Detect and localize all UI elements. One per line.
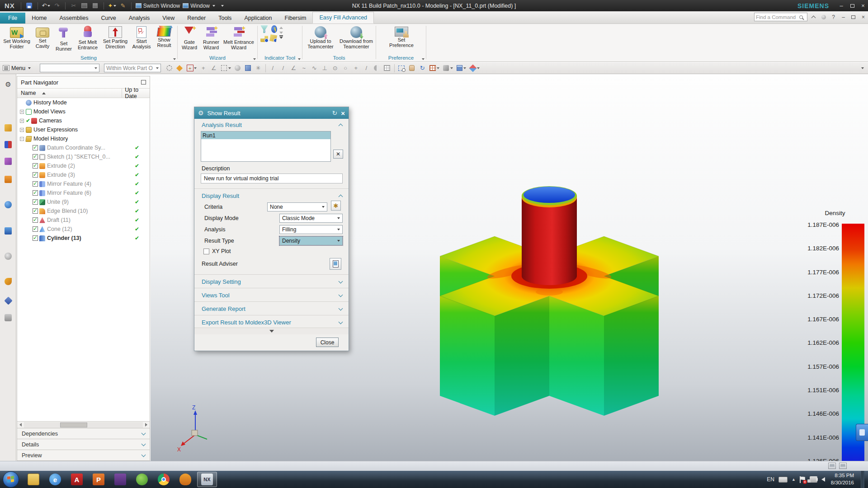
show-desktop-button[interactable] bbox=[861, 471, 864, 488]
child-minimize-button[interactable]: – bbox=[840, 13, 847, 21]
dialog-title-bar[interactable]: ⚙ Show Result ↻ × bbox=[194, 107, 349, 119]
edit-section-icon[interactable] bbox=[468, 64, 477, 73]
find-command-input[interactable] bbox=[756, 14, 799, 20]
analysis-result-list[interactable]: Run1 bbox=[201, 131, 331, 162]
tree-item-datum-csys[interactable]: Datum Coordinate Sy... ✔ bbox=[17, 143, 150, 152]
expand-icon[interactable]: + bbox=[20, 110, 24, 114]
indicator-group-dropdown-icon[interactable] bbox=[298, 58, 301, 60]
process-studio-icon[interactable] bbox=[3, 277, 13, 286]
constraint-navigator-icon[interactable] bbox=[3, 140, 13, 150]
taskbar-green-app-button[interactable] bbox=[132, 472, 152, 487]
surface-icon[interactable] bbox=[372, 64, 381, 73]
tree-item-unite[interactable]: Unite (9) ✔ bbox=[17, 197, 150, 206]
tab-curve[interactable]: Curve bbox=[94, 13, 122, 23]
set-melt-entrance-button[interactable]: Set Melt Entrance bbox=[75, 25, 100, 51]
feature-checkbox[interactable] bbox=[33, 172, 38, 178]
feature-checkbox[interactable] bbox=[33, 181, 38, 187]
tree-item-extrude-2[interactable]: Extrude (2) ✔ bbox=[17, 161, 150, 170]
render-style-icon[interactable] bbox=[442, 64, 451, 73]
rotate-view-icon[interactable]: ↻ bbox=[418, 64, 427, 73]
start-analysis-button[interactable]: Start Analysis bbox=[130, 25, 153, 50]
touch-mode-button[interactable]: ✎ bbox=[119, 2, 127, 10]
move-handle-icon[interactable]: + bbox=[199, 64, 208, 73]
selection-filter-combo[interactable] bbox=[40, 64, 99, 72]
paste-button[interactable] bbox=[91, 2, 99, 10]
upload-to-teamcenter-button[interactable]: Upload to Teamcenter bbox=[304, 25, 337, 50]
panel-detach-icon[interactable] bbox=[141, 80, 146, 84]
view-orientation-icon[interactable] bbox=[455, 64, 464, 73]
arc-icon[interactable]: ∠ bbox=[289, 64, 298, 73]
manage-icon[interactable] bbox=[3, 296, 13, 305]
tree-item-edge-blend[interactable]: Edge Blend (10) ✔ bbox=[17, 206, 150, 216]
window-menu-button[interactable]: Window bbox=[183, 3, 215, 9]
criteria-settings-button[interactable]: ✱ bbox=[331, 201, 341, 211]
resource-flyout-button[interactable] bbox=[856, 424, 868, 441]
analysis-result-section-header[interactable]: Analysis Result bbox=[194, 119, 349, 130]
roles-gear-icon[interactable]: ⚙ bbox=[3, 80, 13, 89]
line-icon[interactable]: / bbox=[278, 64, 288, 73]
copy-button[interactable] bbox=[80, 2, 89, 10]
taskbar-adobe-reader-button[interactable]: A bbox=[67, 472, 87, 487]
tab-home[interactable]: Home bbox=[25, 13, 53, 23]
taskbar-internet-explorer-button[interactable]: e bbox=[45, 472, 65, 487]
run-list-item[interactable]: Run1 bbox=[201, 131, 330, 139]
section-details[interactable]: Details bbox=[17, 439, 150, 450]
ellipse-icon[interactable]: ○ bbox=[341, 64, 350, 73]
tree-item-cylinder[interactable]: Cylinder (13) ✔ bbox=[17, 234, 150, 243]
section-preview[interactable]: Preview bbox=[17, 450, 150, 460]
start-button[interactable] bbox=[3, 471, 19, 488]
taskbar-java-app-button[interactable] bbox=[175, 472, 195, 487]
column-up-to-date[interactable]: Up to Date bbox=[122, 87, 150, 99]
keyboard-icon[interactable] bbox=[778, 477, 788, 483]
export-moldex3d-section-header[interactable]: Export Result to Moldex3D Viewer bbox=[194, 316, 349, 328]
section-dependencies[interactable]: Dependencies bbox=[17, 428, 150, 439]
part-navigator-icon[interactable] bbox=[3, 156, 13, 166]
result-adviser-button[interactable] bbox=[330, 258, 341, 270]
feature-checkbox[interactable] bbox=[33, 163, 38, 169]
melt-entrance-indicator-button[interactable] bbox=[260, 25, 268, 33]
tree-item-user-expressions[interactable]: + User Expressions bbox=[17, 125, 150, 134]
tab-fibersim[interactable]: Fibersim bbox=[278, 13, 313, 23]
tab-render[interactable]: Render bbox=[181, 13, 212, 23]
reuse-library-icon[interactable] bbox=[3, 174, 13, 184]
close-button[interactable]: × bbox=[858, 1, 868, 10]
indicator-expand-icon[interactable] bbox=[279, 37, 283, 39]
history-palette-icon[interactable] bbox=[3, 251, 13, 261]
indicator-scroll-down-icon[interactable] bbox=[279, 32, 283, 34]
tree-item-extrude-3[interactable]: Extrude (3) ✔ bbox=[17, 170, 150, 179]
views-tool-section-header[interactable]: Views Tool bbox=[194, 289, 349, 300]
redo-button[interactable]: ↷ bbox=[53, 2, 61, 10]
perpendicular-icon[interactable]: ⊥ bbox=[320, 64, 329, 73]
quick-access-more-button[interactable] bbox=[218, 2, 226, 10]
line2-icon[interactable]: / bbox=[362, 64, 371, 73]
minimize-button[interactable]: – bbox=[836, 1, 846, 10]
feature-checkbox[interactable] bbox=[33, 154, 38, 160]
feature-checkbox[interactable] bbox=[33, 199, 38, 205]
dialog-close-button[interactable]: Close bbox=[316, 338, 339, 347]
feature-checkbox[interactable] bbox=[33, 208, 38, 214]
set-runner-button[interactable]: Set Runner bbox=[53, 25, 74, 52]
feature-checkbox[interactable] bbox=[33, 235, 38, 241]
snap-gears-icon[interactable] bbox=[165, 64, 174, 73]
feature-checkbox[interactable] bbox=[33, 145, 38, 150]
child-restore-button[interactable] bbox=[849, 13, 857, 21]
tree-item-draft[interactable]: Draft (11) ✔ bbox=[17, 216, 150, 225]
touch-icon[interactable] bbox=[3, 313, 13, 323]
generate-report-section-header[interactable]: Generate Report bbox=[194, 303, 349, 314]
tree-item-cameras[interactable]: + ✔ Cameras bbox=[17, 116, 150, 125]
scroll-left-icon[interactable] bbox=[17, 422, 24, 428]
restore-button[interactable] bbox=[847, 1, 857, 10]
web-browser-icon[interactable] bbox=[3, 226, 13, 236]
tree-item-sketch[interactable]: Sketch (1) "SKETCH_0... ✔ bbox=[17, 152, 150, 161]
studio-spline-icon[interactable]: ~ bbox=[299, 64, 308, 73]
display-mode-select[interactable]: Classic Mode bbox=[279, 214, 343, 223]
delete-run-button[interactable]: ✕ bbox=[333, 150, 343, 159]
tree-item-history-mode[interactable]: History Mode bbox=[17, 98, 150, 107]
expand-icon[interactable]: + bbox=[20, 119, 24, 123]
analysis-select[interactable]: Filling bbox=[279, 225, 343, 234]
tree-item-mirror-6[interactable]: Mirror Feature (6) ✔ bbox=[17, 188, 150, 197]
window-display-icon[interactable] bbox=[828, 463, 836, 469]
point-icon[interactable]: + bbox=[351, 64, 360, 73]
hd3d-tools-icon[interactable] bbox=[3, 200, 13, 210]
taskbar-powerpoint-button[interactable]: P bbox=[89, 472, 108, 487]
